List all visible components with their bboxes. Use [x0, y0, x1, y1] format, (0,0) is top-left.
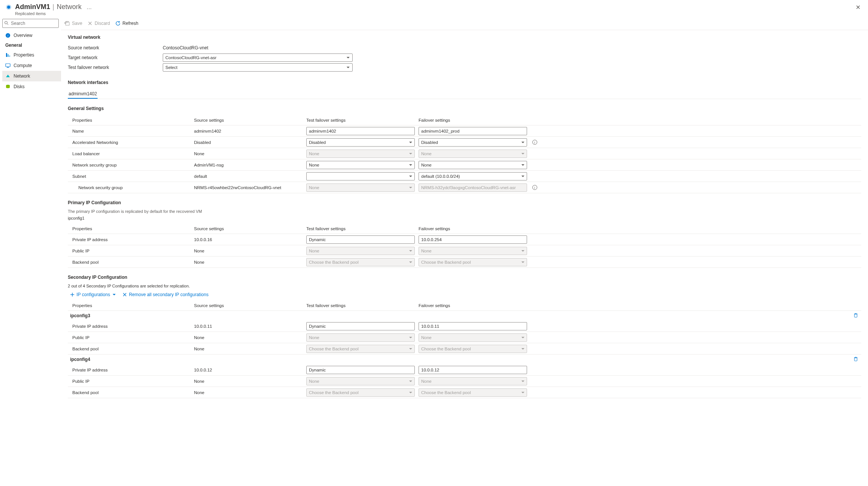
svg-rect-10	[7, 67, 9, 68]
title-separator: |	[52, 3, 54, 11]
fo-accel-select[interactable]: Disabled	[419, 138, 527, 147]
row-public-ip: Public IP None None None	[68, 245, 861, 257]
collapse-sidebar-icon[interactable]: «	[64, 20, 66, 25]
page-title-section: Network	[57, 3, 81, 11]
row-backend-pool: Backend pool None Choose the Backend poo…	[68, 257, 861, 268]
discard-button[interactable]: Discard	[87, 21, 110, 26]
tf-cell: None	[306, 333, 415, 342]
tf-subnet-select[interactable]	[306, 172, 415, 180]
add-ip-config-button[interactable]: IP configurations	[70, 292, 116, 297]
page-subtitle: Replicated items	[15, 11, 853, 16]
fo-cell: None	[419, 377, 527, 385]
test-failover-network-label: Test failover network	[68, 65, 163, 70]
primary-ip-grid: Properties Source settings Test failover…	[68, 223, 861, 268]
col-failover: Failover settings	[419, 118, 531, 122]
source-network-value: ContosoCloudRG-vnet	[163, 45, 208, 50]
nav-network[interactable]: Network	[2, 71, 61, 81]
delete-ipconfig-icon[interactable]	[853, 356, 858, 362]
fo-subnet-select[interactable]: default (10.0.0.0/24)	[419, 172, 527, 180]
virtual-network-title: Virtual network	[68, 35, 861, 40]
info-icon: i	[5, 33, 11, 38]
tf-cell: None	[306, 377, 415, 385]
fo-cell[interactable]: 10.0.0.11	[419, 322, 527, 330]
properties-icon	[5, 52, 11, 58]
fo-cell: Choose the Backend pool	[419, 388, 527, 397]
fo-lb-select: None	[419, 150, 527, 158]
test-failover-network-select[interactable]: Select	[163, 63, 353, 72]
row-load-balancer: Load balancer None None None	[68, 148, 861, 159]
search-icon	[4, 21, 9, 25]
close-icon[interactable]: ✕	[853, 3, 863, 12]
fo-nsg-select[interactable]: None	[419, 161, 527, 169]
fo-private-ip-input[interactable]: 10.0.0.254	[419, 235, 527, 244]
col-source: Source settings	[194, 118, 306, 122]
tf-public-ip-select: None	[306, 247, 415, 255]
fo-cell: Choose the Backend pool	[419, 345, 527, 353]
svg-rect-12	[66, 21, 68, 23]
tf-name-input[interactable]: adminvm1402	[306, 127, 415, 135]
network-interfaces-title: Network interfaces	[68, 80, 861, 85]
tf-cell[interactable]: Dynamic	[306, 366, 415, 374]
remove-all-ip-button[interactable]: Remove all secondary IP configurations	[122, 292, 208, 297]
page-title-vm: AdminVM1	[15, 3, 50, 11]
target-network-label: Target network	[68, 55, 163, 60]
nav-general-head: General	[2, 41, 61, 50]
info-icon[interactable]: i	[532, 140, 537, 145]
ipconfig-name: ipconfig4	[68, 357, 90, 362]
fo-cell[interactable]: 10.0.0.12	[419, 366, 527, 374]
primary-ip-name: ipconfig1	[68, 216, 861, 220]
nav-disks-label: Disks	[14, 84, 24, 89]
fo-name-input[interactable]: adminvm1402_prod	[419, 127, 527, 135]
tf-cell: Choose the Backend pool	[306, 388, 415, 397]
chevron-down-icon	[113, 294, 116, 295]
nav-compute[interactable]: Compute	[2, 60, 61, 71]
fo-cell: None	[419, 333, 527, 342]
table-row: Backend poolNoneChoose the Backend poolC…	[68, 387, 861, 398]
general-settings-grid: Properties Source settings Test failover…	[68, 115, 861, 193]
secondary-ip-desc: 2 out of 4 Secondary IP Configurations a…	[68, 284, 861, 288]
nav-overview-label: Overview	[14, 33, 32, 38]
target-network-select[interactable]: ContosoCloudRG-vnet-asr	[163, 53, 353, 62]
fo-subnet-nsg-value: NRMS-h32ydcf3aogxgContosoCloudRG-vnet-as…	[419, 183, 527, 192]
source-network-label: Source network	[68, 45, 163, 50]
nav-disks[interactable]: Disks	[2, 81, 61, 92]
row-accelerated-networking: Accelerated Networking Disabled Disabled…	[68, 137, 861, 148]
nav-overview[interactable]: i Overview	[2, 30, 61, 41]
col-properties: Properties	[68, 118, 194, 122]
tf-subnet-nsg-select: None	[306, 183, 415, 192]
table-row: Backend poolNoneChoose the Backend poolC…	[68, 343, 861, 355]
discard-label: Discard	[95, 21, 110, 26]
primary-ip-title: Primary IP Configuration	[68, 200, 861, 205]
col-test-failover: Test failover settings	[306, 118, 419, 122]
delete-ipconfig-icon[interactable]	[853, 313, 858, 319]
table-row: Public IPNoneNoneNone	[68, 376, 861, 387]
search-input[interactable]	[2, 19, 59, 28]
tf-nsg-select[interactable]: None	[306, 161, 415, 169]
table-row: Public IPNoneNoneNone	[68, 332, 861, 343]
tf-cell[interactable]: Dynamic	[306, 322, 415, 330]
refresh-button[interactable]: Refresh	[115, 21, 138, 26]
svg-rect-8	[9, 55, 10, 57]
svg-line-3	[7, 24, 8, 25]
svg-rect-9	[6, 64, 10, 67]
nav-properties[interactable]: Properties	[2, 50, 61, 60]
tf-accel-select[interactable]: Disabled	[306, 138, 415, 147]
table-row: Private IP address10.0.0.11Dynamic10.0.0…	[68, 321, 861, 332]
vm-icon	[5, 4, 12, 11]
primary-ip-desc: The primary IP configuration is replicat…	[68, 209, 861, 214]
more-menu-icon[interactable]: …	[87, 4, 92, 10]
info-icon[interactable]: i	[532, 185, 537, 190]
svg-point-2	[5, 21, 8, 24]
save-button[interactable]: Save	[65, 21, 82, 26]
network-icon	[5, 73, 11, 79]
secondary-ip-title: Secondary IP Configuration	[68, 275, 861, 280]
row-subnet: Subnet default default (10.0.0.0/24)	[68, 171, 861, 182]
ipconfig-name: ipconfig3	[68, 313, 90, 318]
nic-tab[interactable]: adminvm1402	[68, 89, 98, 99]
save-label: Save	[72, 21, 82, 26]
tf-private-ip-input[interactable]: Dynamic	[306, 235, 415, 244]
table-row: Private IP address10.0.0.12Dynamic10.0.0…	[68, 364, 861, 376]
nav-compute-label: Compute	[14, 63, 32, 68]
svg-rect-6	[6, 53, 7, 57]
nav-properties-label: Properties	[14, 52, 34, 58]
